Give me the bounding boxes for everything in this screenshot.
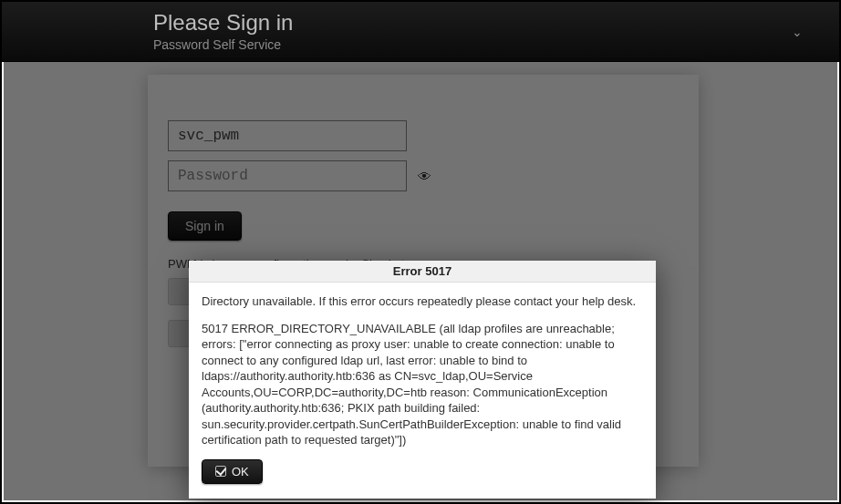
error-summary: Directory unavailable. If this error occ… <box>202 293 643 310</box>
page-title: Please Sign in <box>153 11 293 35</box>
error-dialog-title: Error 5017 <box>189 261 656 283</box>
error-detail: 5017 ERROR_DIRECTORY_UNAVAILABLE (all ld… <box>202 321 643 448</box>
error-ok-label: OK <box>232 465 249 478</box>
top-bar: Please Sign in Password Self Service ⌄ <box>2 2 839 62</box>
page-subtitle: Password Self Service <box>153 37 293 52</box>
error-dialog: Error 5017 Directory unavailable. If thi… <box>189 261 656 499</box>
error-ok-button[interactable]: OK <box>202 459 263 484</box>
menu-toggle-chevron-icon[interactable]: ⌄ <box>792 25 803 39</box>
check-icon <box>215 466 226 477</box>
